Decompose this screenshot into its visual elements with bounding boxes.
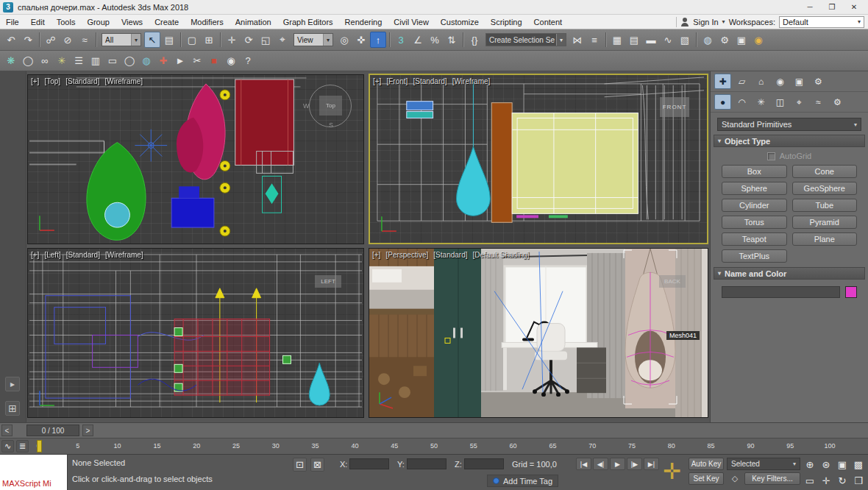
next-frame-icon[interactable]: |▶	[627, 458, 642, 470]
edit-named-selection-sets-icon[interactable]: {}	[466, 32, 483, 48]
spinner-snap-icon[interactable]: ⇅	[444, 32, 460, 48]
select-object-icon[interactable]: ↖	[144, 32, 160, 48]
viewport-layout-tabs-icon[interactable]: ⊞	[5, 401, 20, 416]
viewcube[interactable]: W Top S	[309, 85, 352, 127]
zoom-extents-all-icon[interactable]: ▩	[850, 456, 867, 472]
sign-in-button[interactable]: Sign In	[693, 18, 718, 26]
curve-editor-icon[interactable]: ∿	[660, 32, 676, 48]
go-to-start-icon[interactable]: |◀	[576, 458, 591, 470]
time-step-forward-button[interactable]: >	[82, 425, 93, 436]
key-filters-button[interactable]: Key Filters...	[744, 472, 800, 485]
select-and-rotate-icon[interactable]: ⟳	[241, 32, 257, 48]
viewport-shading-label[interactable]: [Wireframe]	[452, 77, 491, 85]
object-button-teapot[interactable]: Teapot	[722, 232, 787, 246]
zoom-extents-icon[interactable]: ▣	[834, 456, 850, 472]
go-to-end-icon[interactable]: ▶|	[644, 458, 659, 470]
pan-view-icon[interactable]: ✛	[818, 472, 834, 489]
object-color-swatch[interactable]	[845, 286, 857, 298]
category-geometry-icon[interactable]: ●	[714, 94, 731, 110]
monitor-icon[interactable]: ▭	[104, 53, 121, 69]
object-type-rollout[interactable]: ▾ Object Type	[714, 135, 865, 147]
eye-icon[interactable]: ◉	[223, 53, 239, 69]
viewport-top[interactable]: [+] [Top] [Standard] [Wireframe] W Top S	[27, 74, 364, 244]
cursor-arrow-icon[interactable]: ►	[172, 53, 188, 69]
object-button-sphere[interactable]: Sphere	[722, 182, 787, 195]
transform-gizmo-icon[interactable]: ✛	[663, 458, 681, 486]
tab-modify-icon[interactable]: ▱	[733, 74, 750, 89]
tab-utilities-icon[interactable]: ⚙	[810, 74, 827, 89]
toggle-layer-explorer-icon[interactable]: ▤	[626, 32, 642, 48]
minimize-button[interactable]: ─	[799, 1, 821, 14]
select-and-manipulate-icon[interactable]: ✜	[353, 32, 369, 48]
viewport-pov-label[interactable]: [Perspective]	[385, 251, 428, 259]
primitives-dropdown[interactable]: Standard Primitives ▾	[717, 118, 861, 131]
viewport-menu-icon[interactable]: [+]	[372, 251, 380, 259]
isolate-selection-toggle-icon[interactable]: ⊡	[293, 458, 307, 472]
object-button-plane[interactable]: Plane	[792, 232, 858, 246]
current-frame-marker[interactable]	[37, 440, 42, 452]
viewport-style-label[interactable]: [Standard]	[433, 251, 467, 259]
viewport-style-label[interactable]: [Standard]	[66, 251, 100, 259]
category-shapes-icon[interactable]: ◠	[733, 94, 750, 110]
menu-create[interactable]: Create	[149, 15, 185, 29]
tab-display-icon[interactable]: ▣	[791, 74, 808, 89]
select-and-move-icon[interactable]: ✛	[224, 32, 240, 48]
toggle-scene-explorer-icon[interactable]: ▦	[609, 32, 625, 48]
viewport-front[interactable]: [+] [Front] [Standard] [Wireframe] FRONT	[369, 74, 708, 244]
menu-views[interactable]: Views	[115, 15, 149, 29]
object-button-box[interactable]: Box	[722, 165, 787, 178]
viewcube[interactable]: BACK	[659, 275, 686, 288]
reference-coordinate-system-dropdown[interactable]: View▾	[294, 33, 333, 46]
time-slider-thumb[interactable]: 0 / 100	[26, 425, 79, 436]
orbit-sphere-icon[interactable]: ◍	[138, 53, 154, 69]
sign-in-caret-icon[interactable]: ▾	[722, 18, 725, 25]
menu-graph-editors[interactable]: Graph Editors	[277, 15, 339, 29]
viewport-style-label[interactable]: [Standard]	[65, 77, 99, 85]
list-icon[interactable]: ☰	[71, 53, 87, 69]
tab-hierarchy-icon[interactable]: ⌂	[753, 74, 769, 89]
previous-frame-icon[interactable]: ◀|	[593, 458, 608, 470]
selection-filter-caret-icon[interactable]: ▾	[131, 34, 140, 46]
menu-animation[interactable]: Animation	[230, 15, 277, 29]
menu-content[interactable]: Content	[528, 15, 569, 29]
viewport-menu-icon[interactable]: [+]	[31, 77, 39, 85]
close-button[interactable]: ✕	[843, 1, 865, 14]
category-space-warps-icon[interactable]: ≈	[810, 94, 827, 110]
link-constraint-icon[interactable]: ∞	[37, 53, 53, 69]
mirror-icon[interactable]: ⋈	[569, 32, 586, 48]
window-crossing-icon[interactable]: ⊞	[201, 32, 217, 48]
torus-icon[interactable]: ◯	[121, 53, 138, 69]
menu-file[interactable]: File	[0, 15, 25, 29]
category-helpers-icon[interactable]: ⌖	[791, 94, 808, 110]
autogrid-checkbox[interactable]	[767, 152, 775, 160]
viewport-shading-label[interactable]: [Wireframe]	[105, 251, 143, 259]
object-button-cone[interactable]: Cone	[792, 165, 858, 178]
object-button-cylinder[interactable]: Cylinder	[722, 199, 787, 212]
viewport-menu-icon[interactable]: [+]	[373, 77, 381, 85]
render-setup-icon[interactable]: ⚙	[716, 32, 733, 48]
red-cube-icon[interactable]: ■	[206, 53, 222, 69]
menu-edit[interactable]: Edit	[25, 15, 51, 29]
use-pivot-point-center-icon[interactable]: ◎	[336, 32, 352, 48]
trackbar-filter-icon[interactable]: ≣	[16, 440, 29, 452]
menu-tools[interactable]: Tools	[51, 15, 82, 29]
named-selection-sets-dropdown[interactable]: Create Selection Se▾	[485, 33, 566, 46]
menu-civil-view[interactable]: Civil View	[388, 15, 434, 29]
category-cameras-icon[interactable]: ◫	[772, 94, 789, 110]
render-production-icon[interactable]: ◉	[750, 32, 766, 48]
x-coordinate-field[interactable]	[349, 458, 389, 469]
time-slider-track[interactable]: < 0 / 100 >	[0, 422, 868, 438]
restore-button[interactable]: ❐	[821, 1, 843, 14]
selection-filter-dropdown[interactable]: All▾	[102, 33, 141, 46]
tab-motion-icon[interactable]: ◉	[772, 74, 789, 89]
animation-set-dropdown[interactable]: Selected ▾	[727, 458, 800, 470]
object-name-field[interactable]	[722, 286, 840, 298]
redo-icon[interactable]: ↷	[20, 32, 36, 48]
set-key-button[interactable]: Set Key	[689, 472, 724, 485]
viewport-menu-icon[interactable]: [+]	[31, 251, 39, 259]
menu-scripting[interactable]: Scripting	[485, 15, 528, 29]
red-plus-icon[interactable]: ✚	[155, 53, 171, 69]
viewport-pov-label[interactable]: [Left]	[44, 251, 60, 259]
zoom-all-icon[interactable]: ⊛	[818, 456, 834, 472]
select-and-scale-icon[interactable]: ◱	[257, 32, 274, 48]
